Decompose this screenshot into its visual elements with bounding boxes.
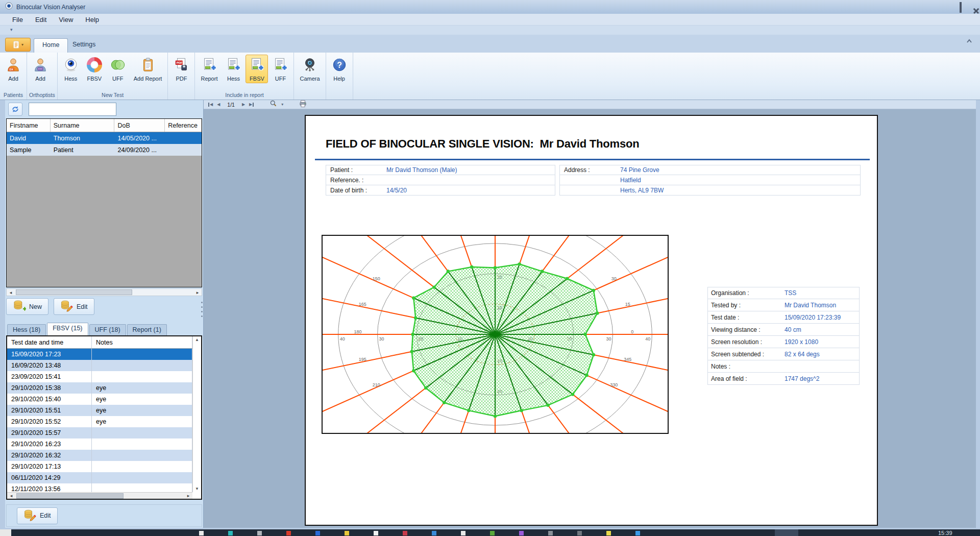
taskbar-app-icon[interactable]: [432, 531, 436, 535]
test-table-vscrollbar[interactable]: ▲ ▼: [192, 336, 201, 492]
ribbon-button-pdf[interactable]: PDFPDF: [170, 55, 192, 83]
circles-icon: [110, 57, 126, 75]
new-patient-button[interactable]: New: [6, 298, 48, 315]
table-row[interactable]: DavidThomson14/05/2020 ...: [7, 132, 202, 144]
ribbon-collapse-button[interactable]: [966, 37, 973, 46]
first-page-button[interactable]: ◀: [208, 102, 213, 107]
taskbar-app-icon[interactable]: [257, 531, 262, 535]
next-page-button[interactable]: ▶: [242, 102, 245, 107]
ribbon-button-help[interactable]: ?Help: [328, 55, 351, 83]
taskbar-app-icon[interactable]: [461, 531, 465, 535]
column-header-reference[interactable]: Reference: [165, 119, 202, 132]
ribbon-button-camera[interactable]: Camera: [296, 55, 323, 83]
ribbon-button-label: UFF: [112, 76, 123, 82]
test-row[interactable]: 29/10/2020 15:40eye: [7, 394, 192, 405]
svg-text:40: 40: [645, 336, 650, 342]
zoom-dropdown-icon[interactable]: ▾: [281, 102, 283, 107]
taskbar-app-icon[interactable]: [286, 531, 291, 535]
report-title-rule: [315, 159, 870, 160]
taskbar-app-icon[interactable]: [577, 531, 582, 535]
column-header-test-date-and-time[interactable]: Test date and time: [7, 336, 92, 348]
ribbon-button-hess[interactable]: Hess: [60, 55, 82, 83]
taskbar-app-icon[interactable]: [403, 531, 407, 535]
patient-table-hscrollbar[interactable]: ◂ ▸: [6, 288, 202, 296]
edit-patient-button[interactable]: Edit: [54, 298, 94, 315]
tab-settings[interactable]: Settings: [64, 38, 104, 53]
application-menu-button[interactable]: ▾: [5, 38, 31, 52]
edit-test-button[interactable]: Edit: [17, 507, 58, 524]
ribbon-button-add[interactable]: Add: [29, 55, 52, 83]
test-row[interactable]: 12/11/2020 13:56: [7, 483, 192, 492]
test-table-hscrollbar[interactable]: ◂ ▸: [7, 492, 192, 499]
ribbon-button-uff[interactable]: UFF: [269, 55, 291, 83]
scroll-right-icon[interactable]: ▸: [193, 290, 202, 295]
tab-report[interactable]: Report (1): [127, 324, 167, 335]
zoom-button[interactable]: [270, 100, 277, 109]
last-page-button[interactable]: ▶: [249, 102, 254, 107]
tab-uff[interactable]: UFF (18): [89, 324, 126, 335]
test-row[interactable]: 29/10/2020 15:52eye: [7, 416, 192, 427]
restore-button[interactable]: [960, 3, 962, 12]
windows-taskbar[interactable]: 15:39: [0, 529, 980, 536]
taskbar-app-icon[interactable]: [228, 531, 233, 535]
test-row[interactable]: 29/10/2020 15:51eye: [7, 405, 192, 416]
taskbar-app-icon[interactable]: [199, 531, 204, 535]
menu-item-view[interactable]: View: [54, 15, 78, 25]
test-row[interactable]: 29/10/2020 15:57: [7, 427, 192, 438]
table-cell: Thomson: [51, 135, 115, 142]
taskbar-app-icon[interactable]: [606, 531, 611, 535]
column-header-notes[interactable]: Notes: [92, 336, 192, 348]
scroll-right-icon[interactable]: ▸: [184, 493, 192, 498]
taskbar-app-icon[interactable]: [374, 531, 378, 535]
taskbar-app-icon[interactable]: [519, 531, 524, 535]
taskbar-start-area[interactable]: [0, 529, 11, 536]
svg-text:180: 180: [354, 329, 362, 334]
test-row[interactable]: 16/09/2020 13:48: [7, 360, 192, 371]
patient-search-input[interactable]: [29, 103, 116, 116]
menu-item-file[interactable]: File: [7, 15, 28, 25]
taskbar-app-icon[interactable]: [548, 531, 553, 535]
column-header-firstname[interactable]: Firstname: [7, 119, 51, 132]
table-row[interactable]: SamplePatient24/09/2020 ...: [7, 144, 202, 156]
ribbon-button-add[interactable]: DXAdd: [2, 55, 24, 83]
taskbar-app-icon[interactable]: [490, 531, 495, 535]
test-notes-cell: eye: [92, 416, 192, 427]
test-row[interactable]: 29/10/2020 15:38eye: [7, 382, 192, 394]
main-area: FirstnameSurnameDoBReference DavidThomso…: [0, 100, 980, 528]
ribbon-button-fbsv[interactable]: FBSV: [83, 55, 106, 83]
test-row[interactable]: 06/11/2020 14:29: [7, 472, 192, 483]
scroll-left-icon[interactable]: ◂: [7, 493, 15, 498]
test-row[interactable]: 29/10/2020 16:32: [7, 450, 192, 461]
print-button[interactable]: [299, 100, 307, 110]
taskbar-app-icon[interactable]: [345, 531, 349, 535]
menu-item-edit[interactable]: Edit: [30, 15, 52, 25]
test-row[interactable]: 15/09/2020 17:23: [7, 349, 192, 360]
panel-splitter[interactable]: [201, 302, 203, 332]
taskbar-active-window[interactable]: [775, 529, 798, 536]
scroll-left-icon[interactable]: ◂: [7, 290, 15, 295]
ribbon-button-fbsv[interactable]: FBSV: [246, 55, 268, 83]
test-row[interactable]: 23/09/2020 15:41: [7, 371, 192, 382]
scroll-thumb[interactable]: [16, 289, 132, 295]
column-header-surname[interactable]: Surname: [51, 119, 115, 132]
previous-page-button[interactable]: ◀: [217, 102, 220, 107]
ribbon-button-report[interactable]: Report: [197, 55, 221, 83]
scroll-thumb[interactable]: [16, 493, 124, 499]
tab-home[interactable]: Home: [34, 38, 68, 53]
quick-access-toolbar: ▾: [0, 26, 980, 35]
quick-access-dropdown-icon[interactable]: ▾: [10, 27, 13, 32]
ribbon-button-uff[interactable]: UFF: [107, 55, 129, 83]
test-row[interactable]: 29/10/2020 17:13: [7, 461, 192, 472]
test-row[interactable]: 29/10/2020 16:23: [7, 438, 192, 450]
scroll-down-icon[interactable]: ▼: [195, 486, 199, 491]
column-header-dob[interactable]: DoB: [114, 119, 165, 132]
refresh-button[interactable]: [8, 103, 22, 116]
taskbar-app-icon[interactable]: [315, 531, 320, 535]
taskbar-app-icon[interactable]: [635, 531, 640, 535]
menu-item-help[interactable]: Help: [80, 15, 104, 25]
ribbon-button-add-report[interactable]: Add Report: [130, 55, 166, 83]
ribbon-button-hess[interactable]: Hess: [222, 55, 244, 83]
tab-hess[interactable]: Hess (18): [7, 324, 46, 335]
tab-fbsv[interactable]: FBSV (15): [47, 323, 88, 335]
scroll-up-icon[interactable]: ▲: [195, 337, 199, 342]
